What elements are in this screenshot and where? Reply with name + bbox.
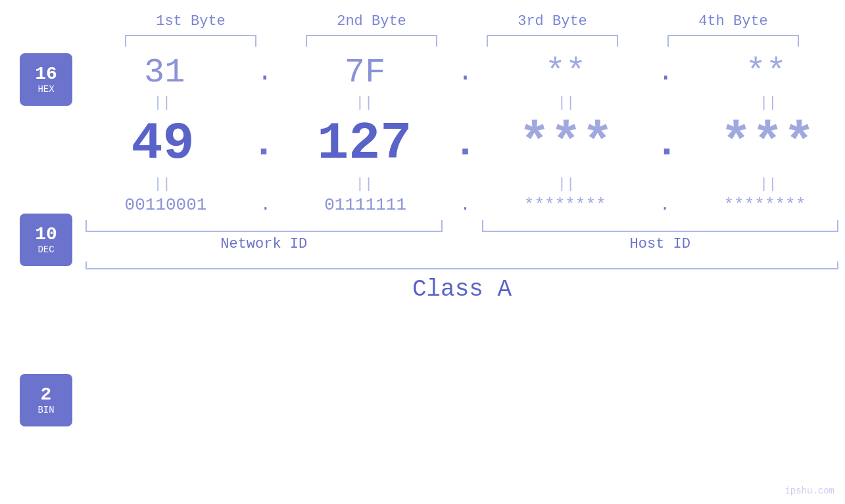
- bin-dot-1: .: [260, 195, 271, 215]
- bottom-bracket-area: Network ID Host ID: [85, 220, 845, 252]
- equals-row-2: || || || ||: [85, 173, 845, 195]
- watermark: ipshu.com: [785, 486, 834, 496]
- dec-val-2: 127: [299, 114, 430, 173]
- top-bracket-3: [487, 35, 618, 47]
- dec-val-1: 49: [97, 114, 229, 173]
- byte-header-2: 2nd Byte: [306, 13, 437, 30]
- eq-3: ||: [500, 95, 632, 111]
- host-id-label: Host ID: [482, 236, 839, 252]
- network-bracket: [85, 220, 443, 232]
- dec-name: DEC: [37, 244, 54, 255]
- bin-row: 00110001 . 01111111 . ******** . *******…: [85, 195, 845, 215]
- bin-name: BIN: [37, 405, 54, 415]
- dec-number: 10: [35, 225, 57, 245]
- bottom-brackets: [85, 220, 838, 232]
- byte-header-3: 3rd Byte: [487, 13, 618, 30]
- top-bracket-1: [125, 35, 256, 47]
- dec-dot-3: .: [655, 122, 679, 166]
- hex-val-4: **: [700, 53, 832, 92]
- byte-header-4: 4th Byte: [667, 13, 799, 30]
- base-labels: 16 HEX 10 DEC 2 BIN: [20, 53, 72, 426]
- hex-val-2: 7F: [299, 53, 431, 92]
- eq2-4: ||: [702, 176, 834, 193]
- hex-badge: 16 HEX: [20, 53, 72, 106]
- network-id-label: Network ID: [85, 236, 443, 252]
- byte-headers: 1st Byte 2nd Byte 3rd Byte 4th Byte: [101, 13, 824, 30]
- class-section: Class A: [85, 262, 845, 303]
- byte-header-1: 1st Byte: [125, 13, 256, 30]
- eq-2: ||: [299, 95, 430, 111]
- class-label: Class A: [85, 276, 838, 303]
- dec-val-3: ***: [500, 114, 632, 173]
- hex-name: HEX: [37, 84, 54, 95]
- eq2-1: ||: [97, 176, 228, 193]
- bin-dot-3: .: [660, 195, 670, 215]
- bin-badge: 2 BIN: [20, 374, 72, 426]
- top-brackets: [101, 35, 824, 47]
- dec-badge: 10 DEC: [20, 214, 72, 266]
- bottom-labels: Network ID Host ID: [85, 236, 838, 252]
- hex-val-3: **: [500, 53, 631, 92]
- equals-row-1: || || || ||: [85, 92, 845, 114]
- class-bracket: [85, 262, 838, 269]
- hex-number: 16: [35, 64, 57, 85]
- bin-number: 2: [41, 385, 52, 405]
- bin-val-1: 00110001: [100, 195, 231, 215]
- eq-4: ||: [702, 95, 834, 111]
- hex-val-1: 31: [99, 53, 230, 92]
- dec-row: 49 . 127 . *** . ***: [85, 114, 845, 173]
- dec-dot-1: .: [252, 122, 276, 166]
- hex-row: 31 . 7F . ** . **: [85, 53, 845, 92]
- top-bracket-4: [667, 35, 799, 47]
- eq-1: ||: [97, 95, 228, 111]
- top-bracket-2: [306, 35, 437, 47]
- main-container: 1st Byte 2nd Byte 3rd Byte 4th Byte 16 H…: [0, 0, 845, 504]
- bin-val-4: ********: [699, 195, 831, 215]
- dec-dot-2: .: [453, 122, 477, 166]
- bin-val-3: ********: [499, 195, 631, 215]
- host-bracket: [482, 220, 839, 232]
- hex-dot-3: .: [658, 58, 673, 87]
- bin-dot-2: .: [460, 195, 471, 215]
- values-grid: 31 . 7F . ** . ** || || || || 49: [85, 53, 845, 303]
- eq2-3: ||: [500, 176, 632, 193]
- hex-dot-2: .: [457, 58, 473, 87]
- hex-dot-1: .: [257, 58, 273, 87]
- dec-val-4: ***: [702, 114, 833, 173]
- bin-val-2: 01111111: [300, 195, 431, 215]
- eq2-2: ||: [299, 176, 430, 193]
